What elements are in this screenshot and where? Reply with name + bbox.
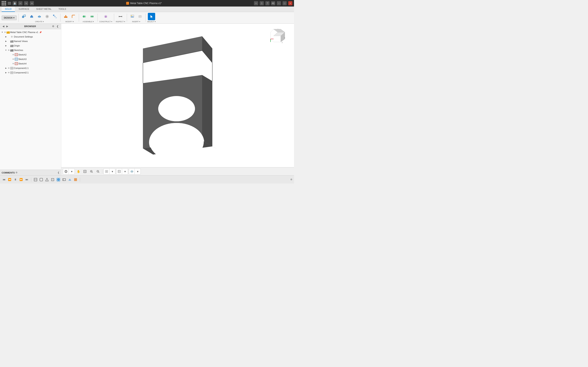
as-built-btn[interactable]: [88, 13, 96, 20]
sketch4-label: Sketch4: [18, 62, 26, 65]
display-mode-btn[interactable]: [104, 169, 109, 174]
browser-tree: ▼ 👁 Metal Table CNC Plasma v1 📌 ▶ ⚙ Docu…: [0, 29, 61, 170]
assemble-label[interactable]: ASSEMBLE ▾: [82, 21, 94, 23]
redo-button[interactable]: ↪: [24, 1, 28, 5]
tab-surface[interactable]: SURFACE: [15, 7, 33, 12]
tab-sheet-metal[interactable]: SHEET METAL: [33, 7, 55, 12]
create-label[interactable]: CREATE ▾: [35, 21, 44, 23]
modify-label[interactable]: MODIFY ▾: [65, 21, 74, 23]
sketches-eye-icon[interactable]: 👁: [7, 49, 10, 52]
env-arrow[interactable]: ▾: [135, 169, 140, 174]
sketch-tool-8[interactable]: [73, 177, 78, 182]
tree-item-sketches[interactable]: ▼ 👁 Sketches: [0, 48, 61, 52]
settings-gear-icon[interactable]: ⚙: [290, 178, 292, 181]
select-btn[interactable]: [148, 13, 155, 20]
zoom-btn[interactable]: [89, 169, 94, 174]
hamburger-menu[interactable]: [8, 2, 11, 4]
sketch-tool-6[interactable]: [62, 177, 66, 182]
grid-arrow[interactable]: ▾: [122, 169, 128, 174]
sketch2-eye-icon[interactable]: 👁: [12, 53, 15, 56]
sketch3-eye-icon[interactable]: 👁: [12, 58, 15, 60]
pan-btn[interactable]: ✋: [76, 169, 81, 174]
offset-plane-btn[interactable]: [102, 13, 109, 20]
tree-item-component1[interactable]: ▶ 👁 Component1:1: [0, 66, 61, 70]
root-eye-icon[interactable]: 👁: [4, 31, 7, 34]
browser-collapse-icon[interactable]: ❮: [56, 25, 60, 28]
insert-label[interactable]: INSERT ▾: [132, 21, 140, 23]
playback-prev[interactable]: ⏪: [7, 177, 12, 182]
browser-back[interactable]: ◀: [2, 25, 5, 28]
grid-btn[interactable]: [116, 169, 122, 174]
tree-item-sketch4[interactable]: 👁 Sketch4: [0, 61, 61, 66]
tab-solid[interactable]: SOLID: [2, 7, 15, 12]
maximize-button[interactable]: □: [283, 1, 287, 5]
insert-image-btn[interactable]: [129, 13, 136, 20]
add-tab-button[interactable]: +: [254, 1, 258, 5]
named-views-expand[interactable]: ▶: [4, 40, 7, 43]
comp2-eye-icon[interactable]: 👁: [7, 71, 10, 74]
comp1-eye-icon[interactable]: 👁: [7, 67, 10, 69]
comp2-expand[interactable]: ▶: [4, 71, 7, 74]
sketch-tool-7[interactable]: [68, 177, 72, 182]
sketch4-eye-icon[interactable]: 👁: [12, 62, 15, 65]
viewport[interactable]: Z X: [61, 24, 294, 175]
comments-collapse-icon[interactable]: ❮: [58, 171, 60, 174]
design-dropdown[interactable]: DESIGN ▾: [2, 16, 17, 20]
hole-btn[interactable]: [43, 13, 51, 20]
history-button[interactable]: ▾: [30, 1, 34, 5]
extrude-btn[interactable]: [28, 13, 35, 20]
sketch-tool-2[interactable]: [39, 177, 43, 182]
playback-pause[interactable]: ⏸: [13, 177, 17, 182]
app-grid-icon[interactable]: [2, 1, 6, 6]
decal-btn[interactable]: [136, 13, 144, 20]
zoom-window-btn[interactable]: [82, 169, 88, 174]
measure-btn[interactable]: [117, 13, 124, 20]
playback-start[interactable]: ⏮: [2, 177, 6, 182]
inspect-label[interactable]: INSPECT ▾: [116, 21, 125, 23]
root-expand-icon[interactable]: ▼: [1, 31, 4, 34]
tree-item-sketch2[interactable]: 👁 Sketch2: [0, 52, 61, 57]
tree-item-component2[interactable]: ▶ 👁 Component2:1: [0, 70, 61, 75]
revolve-btn[interactable]: [36, 13, 43, 20]
display-mode-arrow[interactable]: ▾: [109, 169, 115, 174]
construct-label[interactable]: CONSTRUCT ▾: [99, 21, 112, 23]
origin-expand[interactable]: ▶: [4, 44, 7, 47]
browser-forward[interactable]: ▶: [6, 25, 9, 28]
account-button[interactable]: AE: [271, 1, 275, 5]
undo-button[interactable]: ↩: [18, 1, 22, 5]
env-btn[interactable]: [129, 169, 135, 174]
orbit-home-btn[interactable]: [63, 169, 69, 174]
tree-item-named-views[interactable]: ▶ Named Views: [0, 39, 61, 43]
pattern-btn[interactable]: [51, 13, 59, 20]
playback-end[interactable]: ⏭: [25, 177, 29, 182]
help-button[interactable]: ?: [265, 1, 269, 5]
comments-settings-icon[interactable]: ⚙: [16, 171, 17, 174]
select-label[interactable]: SELECT ▾: [147, 21, 156, 23]
save-button[interactable]: 💾: [13, 1, 17, 5]
tree-item-sketch3[interactable]: 👁 Sketch3: [0, 57, 61, 61]
sketches-expand[interactable]: ▼: [4, 49, 7, 52]
browser-settings-icon[interactable]: ⚙: [51, 25, 55, 28]
close-button[interactable]: ✕: [288, 1, 292, 5]
fillet-btn[interactable]: [70, 13, 77, 20]
user-count-button[interactable]: 1: [260, 1, 264, 5]
root-pin-icon[interactable]: 📌: [39, 31, 42, 34]
tree-item-origin[interactable]: ▶ Origin: [0, 43, 61, 48]
svg-marker-67: [202, 75, 212, 146]
press-pull-btn[interactable]: [62, 13, 69, 20]
tree-root-item[interactable]: ▼ 👁 Metal Table CNC Plasma v1 📌: [0, 30, 61, 34]
sketch-tool-4[interactable]: [51, 177, 55, 182]
minimize-button[interactable]: −: [277, 1, 281, 5]
tab-tools[interactable]: TOOLS: [55, 7, 69, 12]
tree-item-doc-settings[interactable]: ▶ ⚙ Document Settings: [0, 34, 61, 39]
orbit-arrow[interactable]: ▾: [69, 169, 75, 174]
doc-settings-expand[interactable]: ▶: [4, 35, 7, 38]
sketch-tool-3[interactable]: [45, 177, 49, 182]
zoom-fit-btn[interactable]: [95, 169, 101, 174]
playback-next[interactable]: ⏩: [19, 177, 23, 182]
joint-btn[interactable]: [81, 13, 88, 20]
sketch-tool-5[interactable]: [56, 177, 61, 182]
comp1-expand[interactable]: ▶: [4, 67, 7, 69]
sketch-tool-1[interactable]: [33, 177, 38, 182]
new-component-btn[interactable]: [20, 13, 27, 20]
